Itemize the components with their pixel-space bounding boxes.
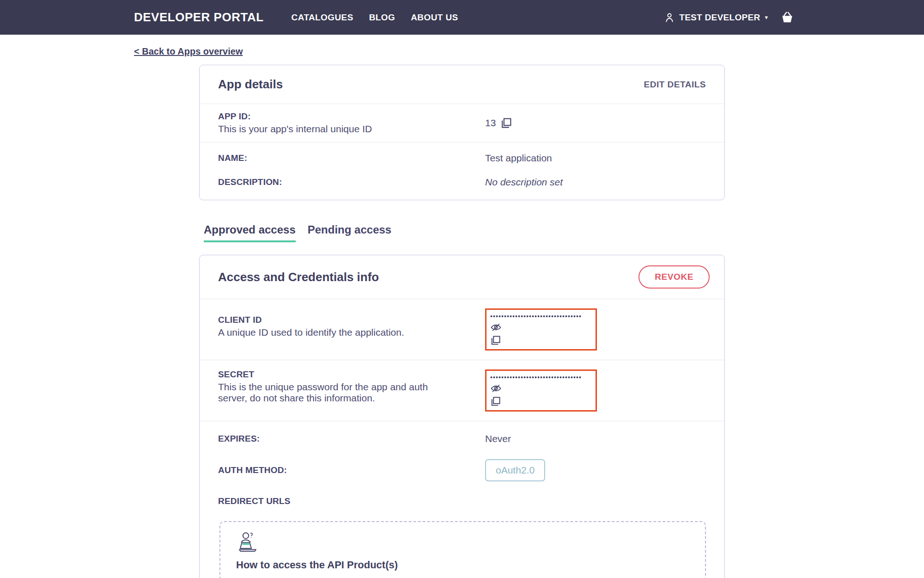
chevron-down-icon: ▾	[765, 14, 768, 21]
credentials-card: Access and Credentials info REVOKE CLIEN…	[199, 255, 725, 578]
auth-method-badge: oAuth2.0	[485, 459, 545, 481]
top-nav: DEVELOPER PORTAL CATALOGUES BLOG ABOUT U…	[0, 0, 924, 35]
name-value: Test application	[485, 153, 706, 164]
user-icon	[663, 12, 675, 24]
nav-menu: CATALOGUES BLOG ABOUT US	[292, 12, 458, 23]
how-to-title: How to access the API Product(s)	[236, 559, 689, 571]
back-to-apps-link[interactable]: < Back to Apps overview	[134, 46, 243, 57]
client-id-row: CLIENT ID A unique ID used to identify t…	[200, 299, 724, 360]
client-id-masked-box: •••••••••••••••••••••••••••••••••	[485, 308, 597, 350]
user-menu[interactable]: TEST DEVELOPER ▾	[663, 12, 768, 24]
access-tabs: Approved access Pending access	[204, 223, 725, 242]
app-id-label: APP ID:	[218, 111, 485, 122]
developer-question-icon	[236, 531, 259, 554]
copy-icon[interactable]	[500, 117, 512, 129]
page-body: < Back to Apps overview App details EDIT…	[134, 35, 790, 578]
tab-approved-access[interactable]: Approved access	[204, 223, 296, 242]
client-id-description: A unique ID used to identify the applica…	[218, 327, 485, 338]
app-id-row: APP ID: This is your app's internal uniq…	[200, 104, 724, 142]
client-id-masked-value: •••••••••••••••••••••••••••••••••	[490, 312, 592, 321]
revoke-button[interactable]: REVOKE	[638, 265, 710, 289]
auth-method-label: AUTH METHOD:	[218, 465, 485, 475]
description-row: DESCRIPTION: No description set	[200, 167, 724, 200]
nav-right: TEST DEVELOPER ▾	[663, 11, 795, 25]
client-id-label: CLIENT ID	[218, 315, 485, 325]
secret-label: SECRET	[218, 369, 485, 380]
nav-item-catalogues[interactable]: CATALOGUES	[292, 12, 353, 23]
auth-method-row: AUTH METHOD: oAuth2.0	[200, 451, 724, 490]
nav-item-about-us[interactable]: ABOUT US	[411, 12, 458, 23]
app-details-title: App details	[218, 77, 283, 92]
tab-pending-access[interactable]: Pending access	[308, 223, 391, 242]
nav-item-blog[interactable]: BLOG	[369, 12, 395, 23]
how-to-access-box: How to access the API Product(s) Copy pa…	[219, 521, 706, 578]
edit-details-button[interactable]: EDIT DETAILS	[644, 80, 706, 90]
credentials-title: Access and Credentials info	[218, 270, 379, 284]
copy-icon[interactable]	[490, 335, 502, 347]
app-id-value: 13	[485, 117, 496, 129]
description-label: DESCRIPTION:	[218, 177, 485, 187]
app-details-card: App details EDIT DETAILS APP ID: This is…	[199, 65, 725, 200]
copy-icon[interactable]	[490, 396, 502, 408]
redirect-urls-label: REDIRECT URLS	[218, 496, 485, 506]
expires-row: EXPIRES: Never	[200, 421, 724, 451]
redirect-urls-row: REDIRECT URLS	[200, 490, 724, 511]
description-value: No description set	[485, 177, 706, 188]
name-row: NAME: Test application	[200, 142, 724, 167]
secret-masked-box: •••••••••••••••••••••••••••••••••	[485, 369, 597, 412]
app-id-description: This is your app's internal unique ID	[218, 123, 485, 135]
user-name: TEST DEVELOPER	[679, 12, 760, 23]
eye-off-icon[interactable]	[490, 383, 502, 395]
name-label: NAME:	[218, 153, 485, 163]
expires-label: EXPIRES:	[218, 434, 485, 444]
eye-off-icon[interactable]	[490, 322, 502, 334]
brand-logo[interactable]: DEVELOPER PORTAL	[134, 10, 264, 25]
secret-row: SECRET This is the unique password for t…	[200, 360, 724, 421]
secret-description: This is the unique password for the app …	[218, 381, 458, 404]
basket-icon[interactable]	[780, 11, 795, 25]
expires-value: Never	[485, 433, 706, 444]
secret-masked-value: •••••••••••••••••••••••••••••••••	[490, 373, 592, 382]
